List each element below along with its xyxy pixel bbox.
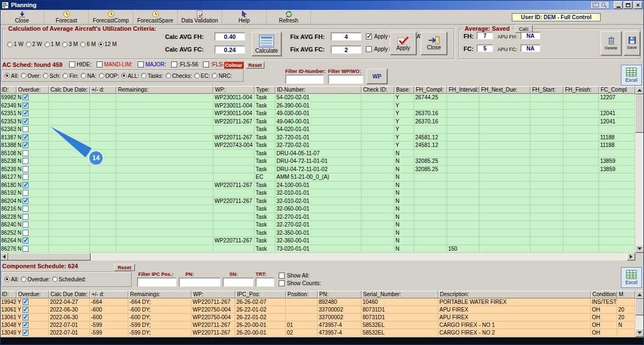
ac-status-radio[interactable]: EC: <box>194 73 210 79</box>
column-header[interactable]: Remainings: <box>116 86 213 94</box>
ac-filter-checkbox-item[interactable]: MAJOR: <box>138 61 166 67</box>
ac-filter-checkbox-item[interactable]: HIDE: <box>69 61 92 67</box>
overdue-checkbox[interactable] <box>22 299 29 305</box>
table-row[interactable]: 59982NWP230011-004Task54-020-02-01Y26744… <box>0 94 635 102</box>
column-header[interactable]: Position: <box>286 291 318 298</box>
overdue-checkbox[interactable] <box>22 158 29 164</box>
comp-status-radio[interactable]: Overdue: <box>21 276 50 282</box>
filter-trt-input[interactable] <box>256 278 274 287</box>
table-row[interactable]: 13061Y2022-06-30-600-600 DY;WP220750-004… <box>0 314 635 321</box>
toolbar-forecast-button[interactable]: Forecast <box>44 10 89 24</box>
table-row[interactable]: 13061Y2022-06-30-600-600 DY;WP220750-004… <box>0 306 635 314</box>
toolbar-help-button[interactable]: Help <box>222 10 267 24</box>
table-row[interactable]: 13048Y2022-07-01-599-599 DY;WP220711-267… <box>0 321 635 329</box>
column-header[interactable]: Serial_Number: <box>361 291 438 298</box>
ac-sched-table[interactable]: 59982NWP230011-004Task54-020-02-01Y26744… <box>0 94 635 253</box>
column-header[interactable]: M <box>617 291 635 298</box>
column-header[interactable]: FH_Next_Due: <box>479 86 530 94</box>
scroll-left-button[interactable] <box>0 253 8 261</box>
column-header[interactable]: Calc Due Date: <box>49 86 90 94</box>
column-header[interactable]: ID-Number: <box>275 86 361 94</box>
table-row[interactable]: 19942Y2022-04-27-664-664 DY;WP220711-267… <box>0 298 635 306</box>
table-row[interactable]: 85238NTaskDRU-04-72-11-01-01N32085.25138… <box>0 157 635 166</box>
table-row[interactable]: 86228NTask32-270-01-01N <box>0 213 635 222</box>
save-button[interactable]: Save <box>624 31 640 55</box>
column-header[interactable]: Condition: <box>591 291 617 298</box>
table-row[interactable]: 86180NWP220711-267Task24-100-00-01N <box>0 182 635 190</box>
column-header[interactable]: Overdue: <box>16 86 49 94</box>
ac-excel-button[interactable]: Excel <box>621 65 642 86</box>
table-row[interactable]: 86252NTask32-350-00-01N <box>0 229 635 237</box>
ac-filter-checkbox[interactable] <box>203 61 209 67</box>
fix-avg-fh-input[interactable]: 4 <box>331 32 361 41</box>
fh-input[interactable]: 7 <box>477 32 493 39</box>
column-header[interactable]: Description: <box>438 291 591 298</box>
table-row[interactable]: 86127NECAMM 51-21-00_0_(A)N <box>0 173 635 182</box>
scrollbar-thumb[interactable] <box>8 253 91 261</box>
scroll-down-button[interactable] <box>635 245 644 253</box>
overdue-checkbox[interactable] <box>22 103 29 109</box>
column-header[interactable]: PN: <box>318 291 361 298</box>
apply-fixed-checkbox[interactable] <box>366 46 372 52</box>
column-header[interactable]: Overdue: <box>16 291 49 298</box>
apply-calculated-checkbox[interactable] <box>366 33 372 39</box>
filter-ipc-pos-input[interactable] <box>137 278 177 287</box>
ac-status-radio[interactable]: Sch: <box>43 73 60 79</box>
overdue-checkbox[interactable] <box>22 322 29 328</box>
ac-filter-checkbox-item[interactable]: :FLS-56 <box>171 61 199 67</box>
toolbar-forecastcomp-button[interactable]: ForecastComp <box>89 10 133 24</box>
show-all-checkbox[interactable] <box>279 273 285 279</box>
period-radio[interactable]: 1 W <box>7 41 24 47</box>
ac-filter-checkbox-item[interactable]: MAND-LIM: <box>97 61 133 67</box>
overdue-checkbox[interactable] <box>22 206 29 212</box>
column-header[interactable]: FH_Start: <box>530 86 563 94</box>
fix-avg-fc-input[interactable]: 2 <box>331 46 361 54</box>
overdue-checkbox[interactable] <box>22 237 29 244</box>
table-row[interactable]: 62363NTask54-020-01-01Y <box>0 126 635 134</box>
comp-status-radio[interactable]: Scheduled: <box>52 276 86 282</box>
tray-search-icon[interactable] <box>601 2 607 8</box>
overdue-checkbox[interactable] <box>22 222 29 228</box>
filter-id-number-input[interactable] <box>285 75 324 84</box>
table-row[interactable]: 62351NWP230011-004Task49-030-00-01Y26370… <box>0 110 635 118</box>
column-header[interactable]: FC_Compl <box>599 86 635 94</box>
column-header[interactable]: +/- d: <box>90 291 128 298</box>
overdue-checkbox[interactable] <box>22 246 29 252</box>
overdue-checkbox[interactable] <box>22 150 29 156</box>
scroll-up-button[interactable] <box>635 291 644 299</box>
overdue-checkbox[interactable] <box>22 307 29 313</box>
period-radio[interactable]: 12 M <box>98 41 117 47</box>
maximize-button[interactable] <box>624 1 632 9</box>
period-radio[interactable]: 2 W <box>26 41 42 47</box>
table-row[interactable]: 86240NTask32-270-02-01N <box>0 221 635 229</box>
close-window-button[interactable]: × <box>634 1 642 9</box>
show-counts-checkbox[interactable] <box>279 280 285 286</box>
wp-button[interactable]: WP <box>366 69 387 84</box>
calc-avg-fh-input[interactable]: 0.40 <box>214 32 245 41</box>
table-row[interactable]: 86204NWP220711-267Task32-010-02-01N <box>0 197 635 206</box>
ac-reset-button[interactable]: Reset <box>246 61 264 69</box>
component-vertical-scrollbar[interactable] <box>635 291 644 337</box>
column-header[interactable]: WP: <box>191 291 235 298</box>
scrollbar-thumb[interactable] <box>635 299 644 315</box>
filter-sn-input[interactable] <box>223 278 253 287</box>
filter-pn-input[interactable] <box>179 278 221 287</box>
ac-filter-checkbox[interactable] <box>171 61 177 67</box>
scroll-right-button[interactable] <box>627 253 635 261</box>
filter-wp-wo-input[interactable] <box>328 75 363 84</box>
column-header[interactable]: FH_Finish: <box>563 86 599 94</box>
toolbar-refresh-button[interactable]: Refresh <box>267 10 311 24</box>
comp-status-radio[interactable]: All: <box>4 276 19 282</box>
apu-fc-input[interactable]: NA <box>521 44 540 52</box>
table-row[interactable]: 86264NWP220711-267Task32-360-00-01N <box>0 237 635 245</box>
overdue-checkbox[interactable] <box>22 134 29 140</box>
toolbar-close-button[interactable]: Close <box>0 10 44 24</box>
scrollbar-thumb[interactable] <box>635 94 644 133</box>
overdue-checkbox[interactable] <box>22 182 29 188</box>
column-header[interactable]: ID: <box>0 86 16 94</box>
column-header[interactable]: Check ID: <box>361 86 394 94</box>
ac-horizontal-scrollbar[interactable] <box>0 253 635 261</box>
overdue-checkbox[interactable] <box>22 142 29 148</box>
overdue-checkbox[interactable] <box>22 110 29 116</box>
fc-input[interactable]: 5 <box>477 44 493 52</box>
